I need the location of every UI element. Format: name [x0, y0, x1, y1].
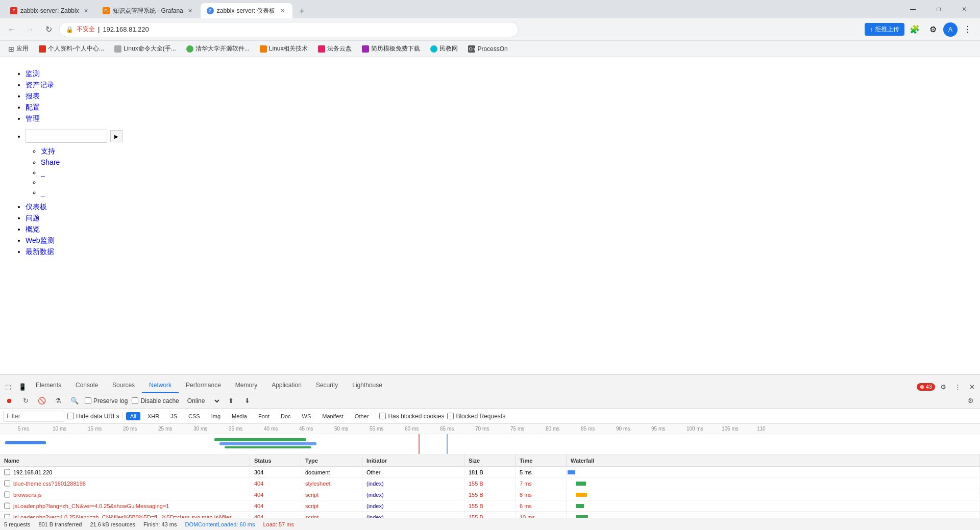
- has-blocked-cookies-input[interactable]: [379, 413, 386, 419]
- tab-zabbix[interactable]: Z zabbix-server: Zabbix ✕: [4, 3, 96, 18]
- menu-link-admin[interactable]: 管理: [26, 114, 40, 122]
- blocked-requests-checkbox[interactable]: Blocked Requests: [447, 413, 505, 420]
- minimize-button[interactable]: —: [901, 2, 925, 17]
- link-dash2[interactable]: _: [41, 188, 45, 196]
- tab-close-zabbix-dashboard[interactable]: ✕: [278, 7, 286, 15]
- bookmark-apps[interactable]: ⊞ 应用: [4, 43, 33, 54]
- th-name[interactable]: Name: [0, 455, 250, 466]
- bookmark-minjiao[interactable]: 民教网: [426, 43, 462, 54]
- filter-input[interactable]: [3, 411, 64, 422]
- network-settings-icon[interactable]: ⚙: [965, 395, 977, 407]
- has-blocked-cookies-checkbox[interactable]: Has blocked cookies: [379, 413, 444, 420]
- row3-initiator-link[interactable]: (index): [366, 492, 384, 498]
- bookmark-tsinghua[interactable]: 清华大学开源软件...: [182, 43, 254, 54]
- devtools-tab-elements[interactable]: Elements: [29, 378, 68, 393]
- export-icon[interactable]: ⬇: [241, 395, 254, 407]
- filter-type-css[interactable]: CSS: [184, 412, 204, 420]
- refresh-button[interactable]: ↻: [41, 22, 56, 37]
- blocked-requests-input[interactable]: [447, 413, 454, 419]
- zabbix-link-issues[interactable]: 问题: [26, 214, 965, 223]
- devtools-tab-application[interactable]: Application: [264, 378, 309, 393]
- zabbix-link-overview[interactable]: 概览: [26, 225, 965, 234]
- th-initiator[interactable]: Initiator: [362, 455, 464, 466]
- search-button[interactable]: ▶: [110, 130, 122, 142]
- menu-item-config[interactable]: 配置: [26, 103, 965, 112]
- throttle-select[interactable]: Online Fast 3G Slow 3G Offline: [183, 396, 221, 406]
- row5-checkbox[interactable]: [4, 514, 10, 518]
- forward-button[interactable]: →: [22, 22, 38, 37]
- row4-initiator-link[interactable]: (index): [366, 503, 384, 509]
- row1-checkbox[interactable]: [4, 469, 10, 475]
- menu-link-report[interactable]: 报表: [26, 92, 40, 100]
- devtools-settings-icon[interactable]: ⚙: [937, 381, 949, 393]
- filter-type-media[interactable]: Media: [228, 412, 251, 420]
- th-time[interactable]: Time: [516, 455, 567, 466]
- row2-checkbox[interactable]: [4, 480, 10, 487]
- tab-zabbix-dashboard[interactable]: Z zabbix-server: 仪表板 ✕: [201, 3, 293, 18]
- table-row-3[interactable]: browsers.js 404 script (index) 155 B 8 m…: [0, 489, 980, 500]
- filter-type-font[interactable]: Font: [254, 412, 274, 420]
- table-row-5[interactable]: jsLoader.php?ver=4.0.25&lang=zh_CN&files…: [0, 512, 980, 518]
- bookmark-profile[interactable]: 个人资料-个人中心...: [35, 43, 108, 54]
- devtools-tab-memory[interactable]: Memory: [228, 378, 264, 393]
- table-row-4[interactable]: jsLoader.php?lang=zh_CN&ver=4.0.25&showG…: [0, 500, 980, 512]
- record-button[interactable]: ⏺: [3, 395, 15, 407]
- import-icon[interactable]: ⬆: [225, 395, 237, 407]
- row5-initiator-link[interactable]: (index): [366, 514, 384, 518]
- devtools-tab-security[interactable]: Security: [309, 378, 345, 393]
- link-webmon[interactable]: Web监测: [26, 236, 55, 244]
- th-type[interactable]: Type: [301, 455, 362, 466]
- tab-close-zabbix[interactable]: ✕: [82, 7, 90, 15]
- zabbix-link-dashboard[interactable]: 仪表板: [26, 203, 965, 212]
- settings-icon[interactable]: ⚙: [925, 21, 941, 38]
- sub-item-support[interactable]: 支持: [41, 147, 965, 156]
- search-network-icon[interactable]: 🔍: [68, 395, 81, 407]
- profile-button[interactable]: A: [943, 22, 958, 37]
- menu-link-monitor[interactable]: 监测: [26, 69, 40, 78]
- table-row-1[interactable]: 192.168.81.220 304 document Other 181 B …: [0, 467, 980, 478]
- menu-item-monitor[interactable]: 监测: [26, 69, 965, 79]
- maximize-button[interactable]: □: [927, 2, 950, 17]
- preserve-log-checkbox[interactable]: Preserve log: [85, 397, 128, 405]
- filter-type-doc[interactable]: Doc: [277, 412, 295, 420]
- row2-initiator-link[interactable]: (index): [366, 481, 384, 487]
- filter-type-other[interactable]: Other: [351, 412, 373, 420]
- table-row-2[interactable]: blue-theme.css?1601288198 404 stylesheet…: [0, 478, 980, 489]
- devtools-close-icon[interactable]: ✕: [966, 381, 978, 393]
- bookmark-legal-cloud[interactable]: 法务云盘: [314, 43, 356, 54]
- devtools-inspect-icon[interactable]: ⬚: [2, 381, 14, 393]
- devtools-tab-console[interactable]: Console: [68, 378, 105, 393]
- sub-item-share[interactable]: Share: [41, 158, 965, 166]
- row4-checkbox[interactable]: [4, 502, 10, 509]
- disable-cache-checkbox[interactable]: Disable cache: [132, 397, 179, 405]
- th-status[interactable]: Status: [250, 455, 301, 466]
- menu-link-config[interactable]: 配置: [26, 103, 40, 111]
- reload-icon[interactable]: ↻: [19, 395, 32, 407]
- devtools-tab-lighthouse[interactable]: Lighthouse: [345, 378, 389, 393]
- search-input[interactable]: [26, 130, 107, 143]
- menu-item-report[interactable]: 报表: [26, 92, 965, 101]
- hide-data-urls-input[interactable]: [67, 413, 74, 419]
- new-tab-button[interactable]: +: [295, 4, 309, 18]
- tab-close-grafana[interactable]: ✕: [186, 7, 194, 15]
- link-issues[interactable]: 问题: [26, 214, 40, 222]
- devtools-more-icon[interactable]: ⋮: [951, 381, 964, 393]
- hide-data-urls-checkbox[interactable]: Hide data URLs: [67, 413, 119, 420]
- devtools-device-icon[interactable]: 📱: [16, 381, 29, 393]
- url-bar[interactable]: 🔒 不安全 | 192.168.81.220: [59, 22, 519, 37]
- blue-upload-button[interactable]: ↑ 拒推上传: [865, 23, 904, 36]
- link-overview[interactable]: 概览: [26, 225, 40, 233]
- devtools-tab-network[interactable]: Network: [142, 378, 179, 393]
- filter-type-xhr[interactable]: XHR: [143, 412, 163, 420]
- filter-type-js[interactable]: JS: [166, 412, 181, 420]
- th-size[interactable]: Size: [464, 455, 516, 466]
- preserve-log-input[interactable]: [85, 397, 91, 404]
- back-button[interactable]: ←: [4, 22, 19, 37]
- menu-link-assets[interactable]: 资产记录: [26, 81, 54, 89]
- link-support[interactable]: 支持: [41, 147, 55, 155]
- menu-icon[interactable]: ⋮: [960, 21, 976, 38]
- clear-icon[interactable]: 🚫: [36, 395, 48, 407]
- th-waterfall[interactable]: Waterfall: [567, 455, 980, 466]
- link-share[interactable]: Share: [41, 158, 60, 166]
- filter-icon[interactable]: ⚗: [52, 395, 64, 407]
